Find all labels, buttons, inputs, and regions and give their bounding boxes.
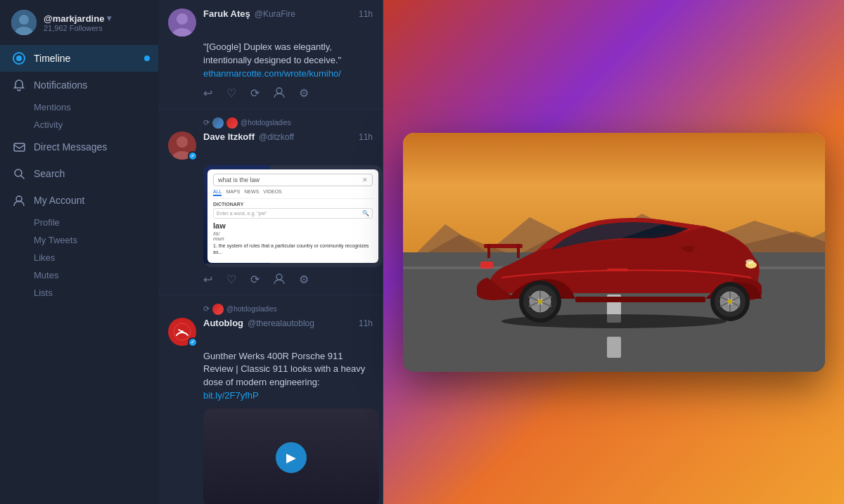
svg-rect-51 xyxy=(517,244,520,258)
tweet-link[interactable]: ethanmarcotte.com/wrote/kumiho/ xyxy=(203,68,341,79)
tweet-time: 11h xyxy=(359,132,373,142)
tweet-actions: ↩ ♡ ⟳ ⚙ xyxy=(203,86,373,100)
tweet-username: @KuraFire xyxy=(255,9,295,19)
person-icon xyxy=(13,194,25,207)
sidebar-item-profile[interactable]: Profile xyxy=(0,214,158,231)
timeline-label: Timeline xyxy=(34,53,70,64)
tweet-time: 11h xyxy=(359,318,373,328)
sidebar-item-activity[interactable]: Activity xyxy=(0,116,158,134)
tweet-meta: Autoblog @therealautoblog 11h xyxy=(203,318,373,328)
my-account-label: My Account xyxy=(34,195,84,206)
svg-line-7 xyxy=(21,176,24,179)
retweeted-by: @hotdogsladies xyxy=(226,305,277,313)
svg-rect-29 xyxy=(607,337,621,358)
notifications-label: Notifications xyxy=(34,79,87,91)
sidebar-item-search[interactable]: Search xyxy=(0,160,158,187)
follow-button[interactable] xyxy=(274,87,285,98)
user-name: @markjardine ▾ xyxy=(44,13,147,24)
table-row: Faruk Ateş @KuraFire 11h "[Google] Duple… xyxy=(158,0,383,109)
sidebar-item-mentions[interactable]: Mentions xyxy=(0,98,158,116)
svg-rect-52 xyxy=(575,297,705,302)
svg-point-1 xyxy=(19,15,29,25)
sidebar-item-my-account[interactable]: My Account xyxy=(0,187,158,214)
tweet-username: @therealautoblog xyxy=(248,318,314,328)
mail-icon xyxy=(13,141,25,153)
tweet-display-name: Autoblog xyxy=(203,318,243,328)
tweet-avatar: ✓ xyxy=(168,318,196,346)
chevron-down-icon: ▾ xyxy=(107,13,111,23)
timeline-icon xyxy=(13,52,25,65)
svg-point-14 xyxy=(177,136,188,148)
more-button[interactable]: ⚙ xyxy=(299,86,309,100)
svg-rect-31 xyxy=(607,269,628,271)
user-info: @markjardine ▾ 21,962 Followers xyxy=(44,13,147,32)
reply-button[interactable]: ↩ xyxy=(203,86,212,100)
retweet-indicator: ⟳ @hotdogsladies xyxy=(203,304,373,315)
tweet-header: ✓ Dave Itzkoff @ditzkoff 11h xyxy=(168,131,373,160)
tweet-display-name: Faruk Ateş xyxy=(203,8,250,19)
svg-rect-5 xyxy=(14,143,25,151)
follow-button[interactable] xyxy=(274,273,285,285)
svg-point-54 xyxy=(538,299,542,304)
tweet-meta: Faruk Ateş @KuraFire 11h xyxy=(203,8,373,19)
search-icon xyxy=(13,167,25,180)
user-header[interactable]: @markjardine ▾ 21,962 Followers xyxy=(0,0,158,45)
tweet-header: ✓ Autoblog @therealautoblog 11h xyxy=(168,318,373,346)
svg-point-53 xyxy=(728,299,732,304)
retweet-button[interactable]: ⟳ xyxy=(250,86,260,100)
tweet-body: Gunther Werks 400R Porsche 911 Review | … xyxy=(203,350,373,403)
verified-badge: ✓ xyxy=(188,151,198,161)
tweet-username: @ditzkoff xyxy=(259,132,294,142)
svg-rect-48 xyxy=(480,261,493,269)
table-row: ⟳ @hotdogsladies ✓ Dave I xyxy=(158,109,383,295)
porsche-car-svg xyxy=(466,202,762,328)
svg-rect-50 xyxy=(487,244,490,258)
bell-icon xyxy=(13,79,25,91)
tweet-avatar xyxy=(168,8,196,37)
svg-point-47 xyxy=(746,259,754,264)
avatar xyxy=(11,10,37,35)
svg-point-20 xyxy=(276,274,282,280)
retweet-button[interactable]: ⟳ xyxy=(250,273,260,286)
table-row: ⟳ @hotdogsladies ✓ xyxy=(158,295,383,504)
sidebar-item-mutes[interactable]: Mutes xyxy=(0,266,158,284)
verified-badge: ✓ xyxy=(188,337,198,347)
search-label: Search xyxy=(34,168,65,179)
tweet-link[interactable]: bit.ly/2F7yfhP xyxy=(203,390,259,401)
tweet-time: 11h xyxy=(359,9,373,19)
sidebar-item-timeline[interactable]: Timeline xyxy=(0,45,158,72)
svg-point-12 xyxy=(276,88,282,93)
like-button[interactable]: ♡ xyxy=(226,86,236,100)
like-button[interactable]: ♡ xyxy=(226,273,236,286)
reply-button[interactable]: ↩ xyxy=(203,273,212,286)
tweet-image-search: what is the law ✕ ALL MAPS NEWS VIDEOS D… xyxy=(207,169,378,263)
main-feed: Faruk Ateş @KuraFire 11h "[Google] Duple… xyxy=(158,0,383,504)
tweet-body: "[Google] Duplex was elegantly, intentio… xyxy=(203,41,373,81)
retweet-indicator: ⟳ @hotdogsladies xyxy=(203,117,373,129)
car-image-container xyxy=(403,133,825,372)
user-followers: 21,962 Followers xyxy=(44,24,147,32)
sidebar-item-lists[interactable]: Lists xyxy=(0,284,158,302)
svg-point-10 xyxy=(177,13,188,25)
tweet-actions: ↩ ♡ ⟳ ⚙ xyxy=(203,273,373,286)
tweet-image: RUDY GIULIANIFORMER NEW YORK CITY MAYOR … xyxy=(203,165,383,267)
sidebar-item-notifications[interactable]: Notifications xyxy=(0,72,158,98)
direct-messages-label: Direct Messages xyxy=(34,141,107,153)
car-scene xyxy=(403,133,825,372)
sidebar: @markjardine ▾ 21,962 Followers Timeline… xyxy=(0,0,158,504)
more-button[interactable]: ⚙ xyxy=(299,273,309,286)
sidebar-item-direct-messages[interactable]: Direct Messages xyxy=(0,134,158,160)
sidebar-item-my-tweets[interactable]: My Tweets xyxy=(0,231,158,249)
svg-point-22 xyxy=(181,330,184,333)
svg-point-4 xyxy=(16,56,22,61)
right-panel xyxy=(383,0,844,504)
retweeted-by: @hotdogsladies xyxy=(241,119,291,127)
tweet-video-thumb: ▶ xyxy=(203,408,379,504)
play-button[interactable]: ▶ xyxy=(276,442,307,473)
tweet-avatar: ✓ xyxy=(168,131,196,160)
sidebar-item-likes[interactable]: Likes xyxy=(0,249,158,266)
tweet-header: Faruk Ateş @KuraFire 11h xyxy=(168,8,373,37)
tweet-display-name: Dave Itzkoff xyxy=(203,131,255,142)
tweet-meta: Dave Itzkoff @ditzkoff 11h xyxy=(203,131,373,142)
